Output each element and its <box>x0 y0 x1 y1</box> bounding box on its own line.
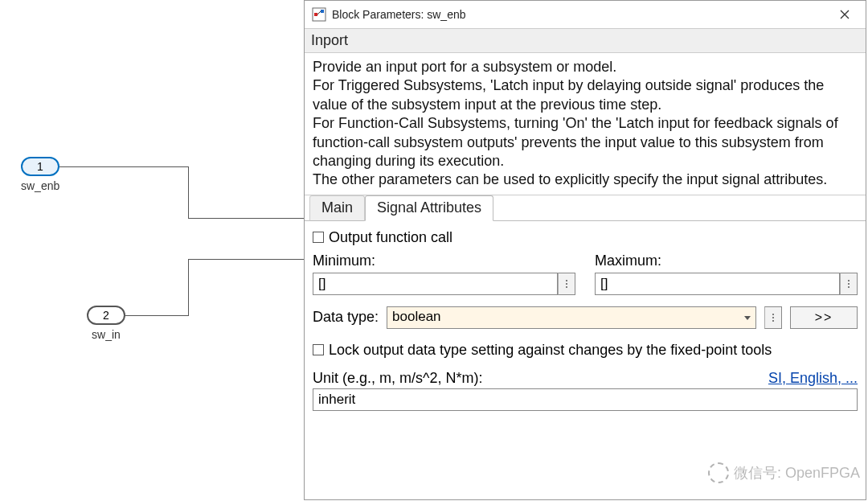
svg-rect-2 <box>321 10 324 13</box>
output-function-call-row[interactable]: Output function call <box>313 229 858 246</box>
unit-input[interactable] <box>313 388 858 411</box>
port-label: sw_in <box>87 328 125 341</box>
lock-datatype-label: Lock output data type setting against ch… <box>329 342 772 359</box>
wire <box>188 218 305 219</box>
wire <box>188 259 305 260</box>
wire <box>59 166 188 167</box>
block-parameters-dialog: Block Parameters: sw_enb Inport Provide … <box>304 0 866 500</box>
close-icon <box>840 10 850 19</box>
data-type-select[interactable]: boolean <box>387 306 756 329</box>
port-label: sw_enb <box>21 179 59 192</box>
svg-rect-1 <box>314 13 317 16</box>
unit-label: Unit (e.g., m, m/s^2, N*m): <box>313 370 482 387</box>
output-function-call-label: Output function call <box>329 229 452 246</box>
wire <box>188 166 189 218</box>
minimum-more-button[interactable] <box>558 273 575 295</box>
wire <box>188 259 189 316</box>
port-index: 1 <box>37 160 43 173</box>
unit-help-link[interactable]: SI, English, ... <box>768 370 858 387</box>
maximum-input[interactable] <box>595 273 840 295</box>
simulink-canvas: 1 sw_enb 2 sw_in Block Parameters: sw_en… <box>0 0 868 501</box>
minimum-label: Minimum: <box>313 253 575 269</box>
minimum-input[interactable] <box>313 273 558 295</box>
tabs: Main Signal Attributes <box>305 195 866 221</box>
dialog-titlebar[interactable]: Block Parameters: sw_enb <box>305 1 866 28</box>
data-type-value: boolean <box>392 309 441 324</box>
simulink-icon <box>311 6 327 23</box>
inport-block-sw-in[interactable]: 2 sw_in <box>87 306 125 341</box>
maximum-label: Maximum: <box>595 253 858 269</box>
tab-signal-attributes[interactable]: Signal Attributes <box>365 195 493 221</box>
data-type-label: Data type: <box>313 309 379 326</box>
output-function-call-checkbox[interactable] <box>313 232 324 243</box>
dialog-title: Block Parameters: sw_enb <box>332 8 829 21</box>
close-button[interactable] <box>829 2 861 27</box>
port-oval: 1 <box>21 157 59 176</box>
wire <box>125 315 188 316</box>
port-oval: 2 <box>87 306 125 325</box>
port-index: 2 <box>103 309 109 322</box>
dialog-description: Provide an input port for a subsystem or… <box>305 53 866 195</box>
data-type-expand-button[interactable]: >> <box>790 306 858 329</box>
inport-block-sw-enb[interactable]: 1 sw_enb <box>21 157 59 192</box>
dialog-body: Inport Provide an input port for a subsy… <box>305 28 866 499</box>
section-title: Inport <box>305 28 866 53</box>
data-type-assistant-button[interactable] <box>764 306 782 329</box>
tab-panel-signal-attributes: Output function call Minimum: Maximum: <box>305 221 866 499</box>
tab-main[interactable]: Main <box>309 195 365 221</box>
maximum-more-button[interactable] <box>840 273 858 295</box>
lock-datatype-checkbox[interactable] <box>313 344 324 355</box>
